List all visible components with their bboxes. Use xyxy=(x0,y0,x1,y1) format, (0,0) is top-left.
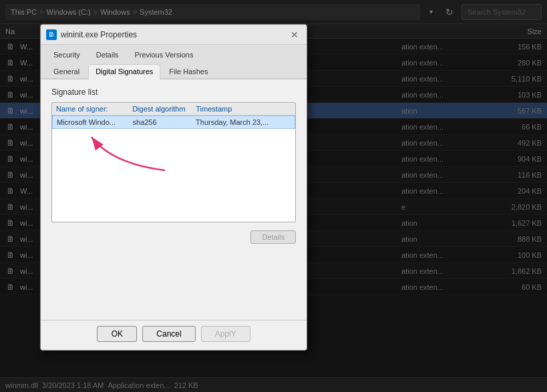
cancel-button[interactable]: Cancel xyxy=(142,326,195,342)
apply-button[interactable]: ApplY xyxy=(201,326,250,342)
dialog-app-icon: 🗎 xyxy=(46,29,57,40)
dialog-title: wininit.exe Properties xyxy=(61,30,288,39)
ok-button[interactable]: OK xyxy=(97,326,137,342)
col-header-signer: Name of signer: xyxy=(56,105,132,113)
tab-file-hashes[interactable]: File Hashes xyxy=(162,64,215,78)
dialog-titlebar[interactable]: 🗎 wininit.exe Properties ✕ xyxy=(41,25,307,45)
sig-digest: sha256 xyxy=(133,118,196,126)
section-label: Signature list xyxy=(51,87,296,97)
col-header-digest: Digest algorithm xyxy=(132,105,196,113)
close-button[interactable]: ✕ xyxy=(288,28,301,41)
tab-general[interactable]: General xyxy=(46,64,87,78)
dialog-content: Signature list Name of signer: Digest al… xyxy=(41,79,307,320)
signature-table: Name of signer: Digest algorithm Timesta… xyxy=(51,102,296,222)
tab-digital-signatures[interactable]: Digital Signatures xyxy=(88,64,160,79)
dialog-tabs-row2: General Digital Signatures File Hashes xyxy=(41,61,307,79)
dialog-tabs: Security Details Previous Versions xyxy=(41,45,307,63)
sig-signer: Microsoft Windo... xyxy=(57,118,133,126)
tab-security[interactable]: Security xyxy=(46,47,87,61)
col-header-timestamp: Timestamp xyxy=(196,105,291,113)
tab-details[interactable]: Details xyxy=(89,47,126,61)
dialog-footer: OK Cancel ApplY xyxy=(41,320,307,350)
sig-table-header: Name of signer: Digest algorithm Timesta… xyxy=(52,103,295,116)
tab-previous-versions[interactable]: Previous Versions xyxy=(127,47,200,61)
details-btn-container: Details xyxy=(51,230,296,249)
details-button[interactable]: Details xyxy=(250,230,296,244)
signature-row[interactable]: Microsoft Windo... sha256 Thursday, Marc… xyxy=(52,116,295,129)
sig-timestamp: Thursday, March 23,... xyxy=(196,118,291,126)
properties-dialog: 🗎 wininit.exe Properties ✕ Security Deta… xyxy=(40,24,307,351)
